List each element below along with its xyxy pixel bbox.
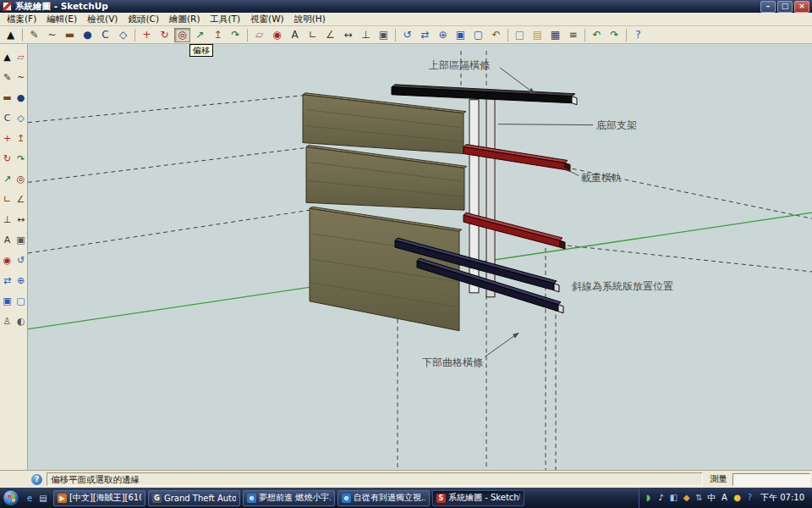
- rectangle-icon[interactable]: ▬: [1, 87, 14, 108]
- task-button-1[interactable]: GGrand Theft Auto B...: [148, 490, 240, 506]
- safely-remove-hardware-icon[interactable]: ◧: [667, 494, 680, 502]
- messenger-icon[interactable]: ◗: [642, 494, 655, 502]
- network-icon[interactable]: ⇅: [693, 494, 705, 502]
- text-icon[interactable]: A: [287, 28, 303, 42]
- menu-item-6[interactable]: 視窗(W): [245, 14, 289, 25]
- redo-icon[interactable]: ↷: [606, 28, 623, 42]
- task-button-label: [中文][海賊王][610...: [69, 492, 141, 504]
- ime-language-icon[interactable]: 中: [705, 494, 718, 502]
- dimension-icon[interactable]: ↔: [340, 28, 356, 42]
- axes-icon[interactable]: ⊥: [1, 209, 14, 229]
- rotate-icon[interactable]: ↻: [156, 28, 173, 42]
- paint-icon[interactable]: ◉: [269, 28, 285, 42]
- arc-icon[interactable]: C: [97, 28, 113, 42]
- quick-launch: e▤: [23, 491, 50, 505]
- paint-icon[interactable]: ◉: [1, 250, 14, 270]
- orbit-icon[interactable]: ↺: [399, 28, 415, 42]
- save-file-icon[interactable]: ▦: [547, 28, 563, 42]
- move-icon[interactable]: +: [139, 28, 155, 42]
- line-icon[interactable]: ✎: [26, 28, 42, 42]
- close-button[interactable]: ×: [794, 1, 809, 13]
- section-plane-icon[interactable]: ▣: [376, 28, 392, 42]
- menu-item-7[interactable]: 說明(H): [289, 14, 331, 25]
- zoom-window-icon[interactable]: ▣: [1, 290, 14, 311]
- volume-icon[interactable]: ♪: [655, 494, 667, 502]
- pushpull-icon[interactable]: ↥: [210, 28, 226, 42]
- orbit-icon[interactable]: ↺: [14, 250, 27, 270]
- freehand-icon[interactable]: ~: [44, 28, 60, 42]
- windows-flag-icon: [8, 494, 15, 502]
- scale-icon[interactable]: ↗: [192, 28, 208, 42]
- rectangle-icon[interactable]: ▬: [62, 28, 78, 42]
- start-button[interactable]: [3, 489, 19, 506]
- measurement-input[interactable]: [732, 473, 810, 486]
- tape-measure-icon[interactable]: ∟: [304, 28, 321, 42]
- zoom-window-icon[interactable]: ▣: [453, 28, 469, 42]
- menu-item-5[interactable]: 工具(T): [205, 14, 245, 25]
- internet-explorer-icon[interactable]: e: [23, 491, 36, 505]
- select-icon[interactable]: ▲: [1, 47, 14, 67]
- zoom-icon[interactable]: ⊕: [14, 270, 27, 290]
- look-around-icon[interactable]: ◐: [14, 311, 27, 331]
- menu-item-3[interactable]: 鏡頭(C): [123, 14, 164, 25]
- followme-icon[interactable]: ↷: [14, 148, 27, 168]
- task-button-4[interactable]: S系統繪圖 - SketchUp: [432, 490, 524, 506]
- pushpull-icon[interactable]: ↥: [14, 128, 27, 148]
- protractor-icon[interactable]: ∠: [322, 28, 338, 42]
- arc-icon[interactable]: C: [1, 108, 14, 128]
- task-button-2[interactable]: e夢想前進 燃燒小宇...: [243, 490, 335, 506]
- polygon-icon[interactable]: ◇: [14, 108, 27, 128]
- open-file-icon[interactable]: ▤: [529, 28, 546, 42]
- move-icon[interactable]: +: [1, 128, 14, 148]
- line-icon[interactable]: ✎: [1, 67, 14, 87]
- zoom-extents-icon[interactable]: ▢: [14, 290, 27, 311]
- minimize-button[interactable]: –: [760, 1, 776, 13]
- print-icon[interactable]: ≡: [565, 28, 581, 42]
- circle-icon[interactable]: ●: [14, 87, 27, 108]
- dimension-icon[interactable]: ↔: [14, 209, 27, 229]
- menu-item-4[interactable]: 繪圖(R): [164, 14, 206, 25]
- rotate-icon[interactable]: ↻: [1, 148, 14, 168]
- polygon-icon[interactable]: ◇: [115, 28, 131, 42]
- eraser-icon[interactable]: ▱: [251, 28, 267, 42]
- antivirus-icon[interactable]: ◆: [680, 494, 693, 502]
- offset-icon[interactable]: ◎: [14, 168, 27, 189]
- protractor-icon[interactable]: ∠: [14, 189, 27, 209]
- task-button-3[interactable]: e自從有到過獨立視...: [337, 490, 430, 506]
- help-icon[interactable]: ?: [630, 28, 646, 42]
- freehand-icon[interactable]: ~: [14, 67, 27, 87]
- axes-icon[interactable]: ⊥: [358, 28, 374, 42]
- pan-icon[interactable]: ⇄: [1, 270, 14, 290]
- annotation-diagonal-note: 斜線為系統版放置位置: [572, 280, 673, 292]
- position-camera-icon[interactable]: ♙: [1, 311, 14, 331]
- tape-measure-icon[interactable]: ∟: [1, 189, 14, 209]
- ime-mode-icon[interactable]: A: [718, 494, 731, 502]
- followme-icon[interactable]: ↷: [228, 28, 244, 42]
- zoom-icon[interactable]: ⊕: [435, 28, 451, 42]
- eraser-icon[interactable]: ▱: [14, 47, 27, 67]
- select-icon[interactable]: ▲: [3, 28, 19, 42]
- show-desktop-icon[interactable]: ▤: [36, 491, 50, 505]
- help-status-icon[interactable]: ?: [31, 474, 42, 485]
- task-button-0[interactable]: ▶[中文][海賊王][610...: [53, 490, 145, 506]
- offset-icon[interactable]: ◎: [174, 28, 190, 42]
- menu-item-1[interactable]: 編輯(E): [41, 14, 82, 25]
- section-plane-icon[interactable]: ▣: [14, 229, 27, 250]
- windows-update-icon[interactable]: ●: [731, 494, 743, 502]
- maximize-button[interactable]: □: [777, 1, 793, 13]
- drawing-canvas[interactable]: 上部區隔橫條 底部支架 載重橫軌 斜線為系統版放置位置 下部曲格橫條: [28, 44, 812, 470]
- zoom-extents-icon[interactable]: ▢: [470, 28, 486, 42]
- annotation-load-rail: 載重橫軌: [581, 172, 622, 184]
- text-icon[interactable]: A: [1, 229, 14, 250]
- help-center-icon[interactable]: ?: [743, 494, 756, 502]
- previous-view-icon[interactable]: ↶: [488, 28, 504, 42]
- gta-window-icon: G: [152, 494, 162, 503]
- status-bar: ? 偏移平面或選取的邊緣 測量: [0, 470, 812, 488]
- undo-icon[interactable]: ↶: [589, 28, 605, 42]
- pan-icon[interactable]: ⇄: [417, 28, 433, 42]
- scale-icon[interactable]: ↗: [1, 168, 14, 189]
- circle-icon[interactable]: ●: [80, 28, 96, 42]
- new-file-icon[interactable]: □: [512, 28, 528, 42]
- menu-item-0[interactable]: 檔案(F): [2, 14, 41, 25]
- menu-item-2[interactable]: 檢視(V): [82, 14, 123, 25]
